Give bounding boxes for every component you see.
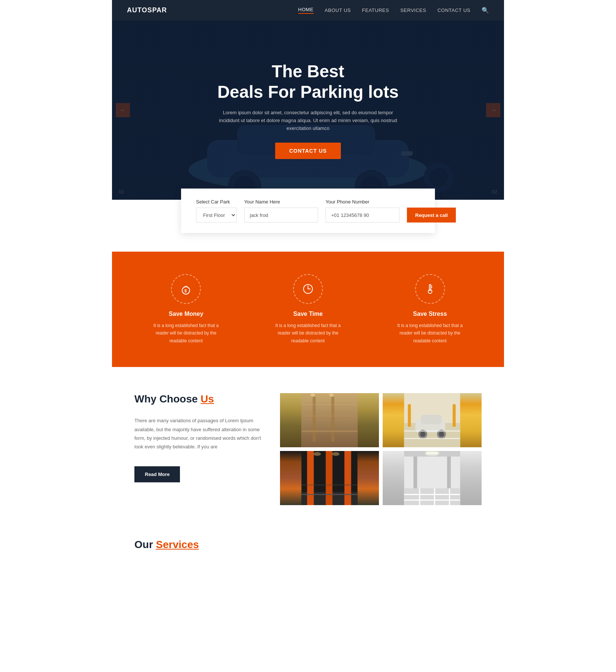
save-money-desc: It is a long established fact that a rea… [149, 322, 223, 345]
svg-rect-58 [449, 488, 450, 505]
svg-rect-20 [302, 393, 358, 447]
booking-section: Select Car Park First Floor Your Name He… [112, 200, 504, 233]
svg-rect-42 [307, 451, 314, 505]
booking-form: Select Car Park First Floor Your Name He… [181, 189, 435, 233]
why-description: There are many variations of passages of… [134, 416, 265, 451]
car-park-select[interactable]: First Floor [196, 208, 237, 223]
svg-rect-39 [404, 438, 460, 439]
request-call-button[interactable]: Request a call [407, 208, 456, 223]
svg-rect-31 [421, 415, 442, 424]
save-stress-title: Save Stress [384, 311, 476, 317]
search-icon[interactable]: 🔍 [482, 7, 489, 14]
navbar: AUTOSPAR HOME ABOUT US FEATURES SERVICES… [112, 0, 504, 21]
svg-rect-21 [313, 397, 316, 442]
svg-rect-23 [302, 430, 358, 432]
services-section: Our Services [112, 531, 504, 566]
nav-services[interactable]: SERVICES [400, 7, 426, 13]
svg-rect-9 [401, 151, 413, 156]
features-list: $ Save Money It is a long established fa… [140, 274, 476, 345]
svg-rect-24 [302, 416, 358, 417]
features-section: $ Save Money It is a long established fa… [112, 252, 504, 367]
svg-rect-44 [345, 451, 351, 505]
nav-links: HOME ABOUT US FEATURES SERVICES CONTACT … [298, 7, 489, 14]
hero-content: The Best Deals For Parking lots Lorem ip… [217, 61, 399, 159]
svg-point-8 [429, 168, 448, 187]
name-input[interactable] [244, 208, 318, 223]
save-stress-desc: It is a long established fact that a rea… [393, 322, 467, 345]
nav-features[interactable]: FEATURES [362, 7, 389, 13]
svg-rect-52 [414, 457, 417, 488]
svg-rect-57 [434, 488, 435, 505]
svg-rect-38 [404, 430, 460, 432]
phone-field: Your Phone Number [326, 199, 399, 223]
nav-about[interactable]: ABOUT US [325, 7, 351, 13]
feature-save-time: Save Time It is a long established fact … [262, 274, 354, 345]
save-money-icon: $ [171, 274, 201, 304]
svg-point-47 [314, 452, 321, 456]
svg-point-33 [420, 432, 426, 437]
svg-rect-45 [302, 494, 358, 495]
svg-text:$: $ [184, 289, 187, 293]
hero-subtitle: Lorem ipsum dolor sit amet, consectetur … [218, 109, 398, 132]
svg-point-26 [311, 393, 315, 396]
svg-rect-53 [447, 457, 451, 488]
save-stress-icon [415, 274, 445, 304]
car-park-label: Select Car Park [196, 199, 237, 205]
hero-title: The Best Deals For Parking lots [217, 61, 399, 102]
svg-rect-36 [408, 404, 411, 427]
brand-logo: AUTOSPAR [127, 6, 167, 14]
svg-point-48 [332, 452, 340, 456]
svg-rect-22 [332, 397, 335, 442]
save-time-title: Save Time [262, 311, 354, 317]
feature-save-stress: Save Stress It is a long established fac… [384, 274, 476, 345]
feature-save-money: $ Save Money It is a long established fa… [140, 274, 232, 345]
svg-rect-55 [404, 500, 460, 501]
hero-section: The Best Deals For Parking lots Lorem ip… [112, 21, 504, 200]
nav-home[interactable]: HOME [298, 7, 314, 14]
svg-rect-56 [419, 488, 420, 505]
svg-point-27 [329, 393, 334, 396]
why-left-content: Why Choose Us There are many variations … [134, 393, 265, 482]
read-more-button[interactable]: Read More [134, 466, 180, 482]
parking-image-2 [383, 393, 482, 447]
svg-rect-43 [326, 451, 333, 505]
svg-point-35 [439, 432, 444, 437]
svg-rect-50 [404, 488, 460, 505]
svg-rect-54 [404, 494, 460, 495]
why-choose-us-section: Why Choose Us There are many variations … [112, 367, 504, 531]
svg-rect-25 [302, 404, 358, 405]
phone-input[interactable] [326, 208, 399, 223]
svg-rect-37 [453, 404, 456, 427]
parking-images-grid [280, 393, 482, 505]
parking-image-1 [280, 393, 379, 447]
parking-image-4 [383, 451, 482, 505]
nav-contact[interactable]: CONTACT US [438, 7, 470, 13]
save-time-desc: It is a long established fact that a rea… [271, 322, 345, 345]
name-label: Your Name Here [244, 199, 318, 205]
hero-cta-button[interactable]: CONTACT US [275, 143, 341, 159]
name-field: Your Name Here [244, 199, 318, 223]
services-title: Our Services [134, 539, 482, 551]
save-money-title: Save Money [140, 311, 232, 317]
parking-image-3 [280, 451, 379, 505]
car-park-field: Select Car Park First Floor [196, 199, 237, 223]
save-time-icon [293, 274, 323, 304]
why-title: Why Choose Us [134, 393, 265, 405]
phone-label: Your Phone Number [326, 199, 399, 205]
svg-rect-46 [302, 485, 358, 485]
